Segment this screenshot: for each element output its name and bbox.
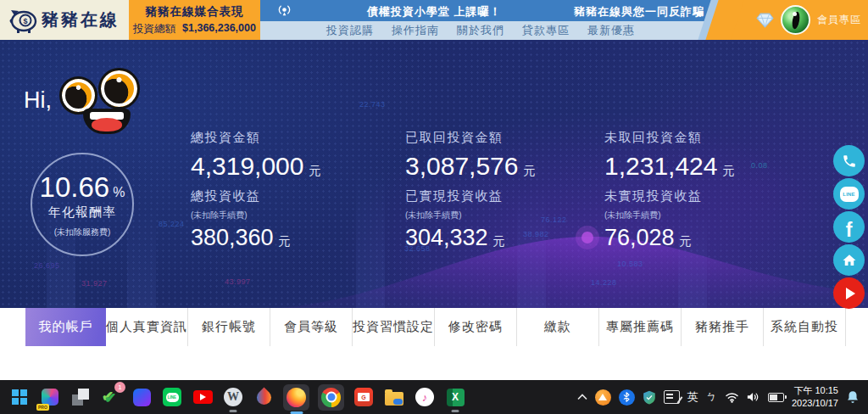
youtube-play-icon [846, 288, 855, 299]
announcement-antifraud[interactable]: 豬豬在線與您一同反詐騙！ [574, 4, 716, 20]
phone-contact-button[interactable] [833, 145, 865, 176]
raindrop-app-button[interactable] [253, 386, 275, 408]
total-investment-label: 投資總額 [133, 22, 175, 36]
annual-return-label: 年化報酬率 [32, 204, 132, 221]
hidden-icons-button[interactable] [577, 394, 587, 400]
gmail-app-button[interactable]: G [353, 386, 375, 408]
wifi-icon [725, 391, 739, 403]
windows-start-button[interactable] [8, 386, 31, 408]
stat-note: (未扣除手續費) [405, 210, 604, 221]
wifi-tray-button[interactable] [725, 391, 739, 403]
podcast-icon [277, 3, 292, 18]
home-button[interactable] [833, 244, 865, 276]
emoji-right-eye [98, 68, 140, 109]
tab-bank-account[interactable]: 銀行帳號 [188, 308, 270, 346]
screen: $ 豬豬在線 豬豬在線媒合表現 投資總額 $1,366,236,000 債權投資… [0, 0, 868, 414]
security-shield-icon [643, 390, 656, 405]
tab-referral-code[interactable]: 專屬推薦碼 [599, 308, 682, 346]
pig-logo-icon: $ [9, 8, 38, 33]
chrome-app-button[interactable] [318, 384, 344, 411]
volume-tray-button[interactable] [747, 391, 760, 403]
line-app-button[interactable]: LINE [161, 386, 183, 408]
nav-item-about[interactable]: 關於我們 [457, 23, 504, 38]
stat-label: 總投資金額 [191, 130, 405, 146]
youtube-button[interactable] [833, 277, 865, 309]
stat-note: (未扣除手續費) [604, 210, 734, 221]
itunes-app-button[interactable]: ♪ [414, 386, 436, 408]
ime-pad-button[interactable] [664, 390, 680, 404]
member-area-label[interactable]: 會員專區 [817, 13, 861, 27]
cloud-sync-icon [393, 399, 403, 405]
stat-value: 1,231,424 [604, 152, 717, 180]
system-tray: 英 ㄅ 下午 10:15 2023/10/17 [577, 384, 860, 410]
member-avatar[interactable] [781, 5, 810, 35]
tab-member-level[interactable]: 會員等級 [270, 308, 353, 346]
tab-personal-info[interactable]: 個人真實資訊 [106, 308, 188, 346]
nav-item-loan[interactable]: 貸款專區 [522, 23, 570, 38]
tab-payment[interactable]: 繳款 [517, 308, 599, 346]
tab-piggy-promoter[interactable]: 豬豬推手 [682, 308, 764, 346]
annual-return-note: (未扣除服務費) [32, 227, 132, 238]
firefox-icon [287, 388, 306, 407]
speaker-icon [747, 391, 760, 403]
nav-item-invest[interactable]: 投資認購 [326, 23, 374, 38]
tab-auto-invest[interactable]: 系統自動投 [764, 308, 846, 346]
total-investment-value: $1,366,236,000 [182, 22, 256, 36]
windows-security-button[interactable] [643, 390, 656, 405]
facebook-button[interactable]: f [833, 211, 865, 243]
taskbar-clock[interactable]: 下午 10:15 2023/10/17 [792, 384, 838, 410]
bluetooth-tray-button[interactable] [619, 389, 635, 406]
stat-column-total: 總投資金額 4,319,000元 總投資收益 (未扣除手續費) 380,360元 [191, 130, 405, 251]
wordpress-icon: W [224, 388, 242, 406]
decor-number: 10.583 [617, 260, 643, 268]
task-view-button[interactable] [70, 386, 92, 408]
announcement-course[interactable]: 債權投資小學堂 上課囉！ [367, 4, 502, 20]
alert-tray-button[interactable] [595, 389, 611, 406]
diamond-icon[interactable] [756, 13, 774, 28]
microsoft-365-icon [133, 389, 151, 406]
nav-item-guide[interactable]: 操作指南 [392, 23, 439, 38]
brand-logo[interactable]: $ 豬豬在線 [0, 0, 129, 40]
decor-number: 0.08 [751, 161, 768, 170]
currency-unit: 元 [680, 234, 692, 248]
line-app-icon: LINE [163, 388, 181, 406]
tab-change-password[interactable]: 修改密碼 [435, 308, 517, 346]
todo-app-button[interactable]: ✔ ✔ 1 [100, 386, 122, 408]
currency-unit: 元 [523, 164, 535, 177]
ime-language-indicator[interactable]: 英 [687, 389, 698, 405]
check-icon: ✔ [104, 389, 116, 407]
notification-center-button[interactable] [846, 390, 860, 405]
phone-icon [842, 154, 857, 169]
clock-date: 2023/10/17 [792, 397, 838, 410]
battery-icon [768, 393, 784, 402]
stat-label: 已取回投資金額 [405, 130, 604, 146]
line-icon: LINE [840, 187, 859, 202]
file-explorer-button[interactable] [383, 386, 405, 408]
excel-app-button[interactable]: X [444, 386, 466, 408]
stat-label: 總投資收益 [191, 188, 405, 204]
clock-time: 下午 10:15 [792, 384, 838, 397]
wordpress-app-button[interactable]: W [222, 386, 244, 408]
running-indicator [230, 410, 237, 412]
line-social-button[interactable]: LINE [833, 178, 865, 210]
microsoft-365-button[interactable] [131, 386, 153, 408]
annual-return-ring: 10.66% 年化報酬率 (未扣除服務費) [31, 153, 134, 256]
ime-zhuyin-indicator[interactable]: ㄅ [706, 389, 717, 405]
stat-value: 4,319,000 [191, 152, 303, 180]
stat-value: 76,028 [604, 225, 675, 250]
decor-number: 85.224 [159, 220, 185, 228]
decor-number: 22.743 [359, 100, 386, 109]
folder-icon [385, 392, 403, 406]
nav-item-promo[interactable]: 最新優惠 [587, 23, 635, 38]
battery-tray-button[interactable] [768, 393, 784, 402]
youtube-app-button[interactable] [192, 386, 214, 408]
office-pro-app-button[interactable]: PRO [39, 386, 61, 408]
stat-column-outstanding: 未取回投資金額 1,231,424元 未實現投資收益 (未扣除手續費) 76,0… [604, 130, 734, 251]
tab-my-account[interactable]: 我的帳戶 [25, 308, 106, 346]
annual-return-rate: 10.66 [40, 171, 110, 203]
emoji-mouth [83, 109, 131, 134]
firefox-app-button[interactable] [283, 384, 309, 411]
tab-invest-preferences[interactable]: 投資習慣設定 [353, 308, 435, 346]
currency-unit: 元 [309, 164, 320, 177]
pro-badge: PRO [36, 404, 49, 411]
